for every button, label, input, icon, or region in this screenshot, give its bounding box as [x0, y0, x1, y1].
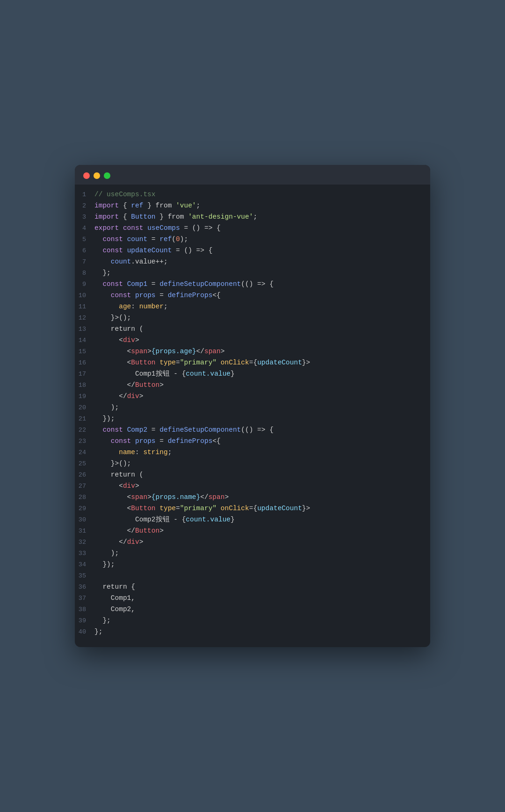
table-row: 25 }>(); [75, 458, 430, 470]
line-content: Comp1, [94, 593, 135, 604]
table-row: 7 count.value++; [75, 256, 430, 268]
line-content: <div> [94, 481, 139, 492]
line-content: age: number; [94, 301, 168, 313]
line-number: 14 [75, 335, 94, 346]
line-number: 28 [75, 492, 94, 503]
line-content: const Comp2 = defineSetupComponent(() =>… [94, 425, 274, 436]
line-number: 6 [75, 246, 94, 256]
line-content: }>(); [94, 313, 131, 324]
line-content: return ( [94, 470, 143, 481]
table-row: 8 }; [75, 268, 430, 279]
table-row: 23 const props = defineProps<{ [75, 436, 430, 447]
table-row: 26 return ( [75, 470, 430, 481]
maximize-button[interactable] [104, 172, 110, 179]
table-row: 13 return ( [75, 324, 430, 335]
line-content: }; [94, 627, 102, 638]
line-number: 37 [75, 593, 94, 604]
table-row: 28 <span>{props.name}</span> [75, 492, 430, 503]
line-content [94, 570, 99, 582]
line-number: 17 [75, 369, 94, 379]
line-number: 39 [75, 616, 94, 626]
line-content: ); [94, 548, 119, 559]
line-content: import { ref } from 'vue'; [94, 200, 200, 212]
line-number: 2 [75, 201, 94, 211]
line-number: 23 [75, 436, 94, 447]
table-row: 38 Comp2, [75, 604, 430, 615]
line-number: 26 [75, 470, 94, 480]
line-content: <span>{props.name}</span> [94, 492, 229, 503]
line-content: Comp1按钮 - {count.value} [94, 369, 235, 380]
table-row: 18 </Button> [75, 380, 430, 391]
table-row: 2import { ref } from 'vue'; [75, 200, 430, 212]
table-row: 20 ); [75, 402, 430, 413]
line-content: </div> [94, 537, 143, 548]
line-number: 8 [75, 268, 94, 278]
line-number: 32 [75, 537, 94, 548]
table-row: 16 <Button type="primary" onClick={updat… [75, 357, 430, 369]
table-row: 11 age: number; [75, 301, 430, 313]
table-row: 12 }>(); [75, 313, 430, 324]
line-content: }); [94, 559, 115, 570]
table-row: 5 const count = ref(0); [75, 234, 430, 245]
code-window: 1// useComps.tsx2import { ref } from 'vu… [75, 165, 430, 647]
line-number: 22 [75, 425, 94, 435]
minimize-button[interactable] [94, 172, 100, 179]
line-content: export const useComps = () => { [94, 223, 221, 234]
line-number: 5 [75, 235, 94, 245]
line-number: 18 [75, 380, 94, 391]
code-editor: 1// useComps.tsx2import { ref } from 'vu… [75, 185, 430, 647]
table-row: 15 <span>{props.age}</span> [75, 346, 430, 357]
table-row: 1// useComps.tsx [75, 189, 430, 200]
table-row: 14 <div> [75, 335, 430, 346]
titlebar [75, 165, 430, 185]
close-button[interactable] [83, 172, 90, 179]
line-content: }>(); [94, 458, 131, 470]
line-number: 1 [75, 190, 94, 200]
table-row: 22 const Comp2 = defineSetupComponent(()… [75, 425, 430, 436]
table-row: 30 Comp2按钮 - {count.value} [75, 514, 430, 526]
table-row: 39 }; [75, 615, 430, 627]
table-row: 36 return { [75, 582, 430, 593]
table-row: 37 Comp1, [75, 593, 430, 604]
line-content: <Button type="primary" onClick={updateCo… [94, 503, 310, 514]
line-content: <span>{props.age}</span> [94, 346, 224, 357]
line-number: 36 [75, 582, 94, 592]
line-number: 20 [75, 403, 94, 413]
line-content: // useComps.tsx [94, 189, 156, 200]
line-content: import { Button } from 'ant-design-vue'; [94, 212, 257, 223]
table-row: 6 const updateCount = () => { [75, 245, 430, 256]
line-content: ); [94, 402, 119, 413]
table-row: 27 <div> [75, 481, 430, 492]
line-number: 12 [75, 313, 94, 323]
line-content: Comp2, [94, 604, 135, 615]
table-row: 40}; [75, 627, 430, 638]
line-content: const count = ref(0); [94, 234, 188, 245]
line-number: 38 [75, 605, 94, 615]
line-content: const updateCount = () => { [94, 245, 212, 256]
line-content: </Button> [94, 526, 164, 537]
table-row: 29 <Button type="primary" onClick={updat… [75, 503, 430, 514]
line-content: const props = defineProps<{ [94, 290, 221, 301]
line-content: }; [94, 268, 111, 279]
line-number: 21 [75, 414, 94, 424]
line-content: <div> [94, 335, 139, 346]
line-number: 9 [75, 279, 94, 290]
line-number: 40 [75, 627, 94, 637]
table-row: 9 const Comp1 = defineSetupComponent(() … [75, 279, 430, 290]
line-number: 15 [75, 347, 94, 357]
line-number: 30 [75, 515, 94, 525]
table-row: 31 </Button> [75, 526, 430, 537]
table-row: 3import { Button } from 'ant-design-vue'… [75, 212, 430, 223]
table-row: 21 }); [75, 413, 430, 425]
line-number: 29 [75, 504, 94, 514]
line-content: </Button> [94, 380, 164, 391]
line-number: 34 [75, 560, 94, 570]
table-row: 35 [75, 570, 430, 582]
line-content: }; [94, 615, 111, 627]
line-content: const Comp1 = defineSetupComponent(() =>… [94, 279, 274, 290]
line-number: 19 [75, 392, 94, 402]
line-number: 25 [75, 459, 94, 469]
table-row: 32 </div> [75, 537, 430, 548]
table-row: 17 Comp1按钮 - {count.value} [75, 369, 430, 380]
line-content: count.value++; [94, 256, 168, 268]
